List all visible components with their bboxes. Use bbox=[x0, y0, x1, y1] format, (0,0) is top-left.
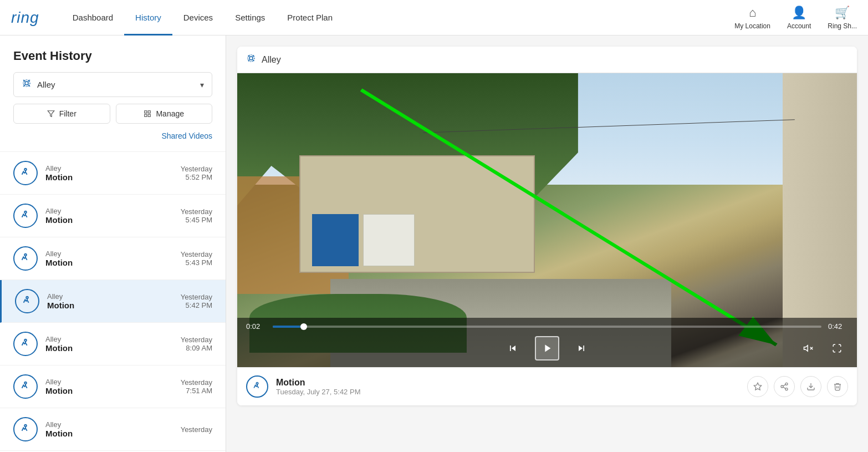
event-camera-name: Alley bbox=[45, 207, 181, 215]
nav-protect-plan[interactable]: Protect Plan bbox=[276, 0, 344, 35]
event-camera-name: Alley bbox=[45, 250, 181, 258]
video-container: Alley bbox=[237, 47, 857, 405]
motion-event-icon bbox=[13, 246, 38, 271]
nav-devices[interactable]: Devices bbox=[172, 0, 224, 35]
event-camera-name: Alley bbox=[47, 292, 181, 301]
my-location-label: My Location bbox=[734, 22, 770, 30]
svg-line-26 bbox=[783, 387, 786, 389]
share-button[interactable] bbox=[774, 376, 795, 397]
motion-event-icon bbox=[13, 332, 38, 356]
event-date: Yesterday bbox=[181, 378, 212, 387]
event-item[interactable]: Alley Motion Yesterday 7:51 AM bbox=[0, 365, 226, 408]
event-date: Yesterday bbox=[181, 165, 212, 173]
event-clock: 5:52 PM bbox=[181, 173, 212, 181]
svg-point-11 bbox=[24, 339, 27, 342]
my-location-button[interactable]: ⌂ My Location bbox=[734, 6, 770, 30]
ring-logo: ring bbox=[11, 9, 39, 27]
progress-fill bbox=[273, 326, 300, 328]
progress-row: 0:02 0:42 bbox=[246, 322, 848, 331]
event-item-selected[interactable]: Alley Motion Yesterday 5:42 PM bbox=[0, 280, 226, 323]
event-camera-name: Alley bbox=[45, 164, 181, 172]
star-button[interactable] bbox=[747, 376, 768, 397]
svg-rect-3 bbox=[145, 111, 147, 113]
header: ring Dashboard History Devices Settings … bbox=[0, 0, 868, 35]
device-dropdown[interactable]: Alley ▾ bbox=[13, 72, 212, 97]
event-item[interactable]: Alley Motion Yesterday bbox=[0, 408, 226, 451]
nav-history[interactable]: History bbox=[124, 0, 172, 35]
main-layout: Event History Alley ▾ bbox=[0, 35, 868, 452]
event-item[interactable]: Alley Motion Yesterday 5:52 PM bbox=[0, 152, 226, 195]
main-nav: Dashboard History Devices Settings Prote… bbox=[62, 0, 735, 35]
event-date: Yesterday bbox=[181, 293, 212, 301]
scene-garage-door-blue bbox=[312, 214, 359, 266]
manage-button[interactable]: Manage bbox=[116, 104, 213, 124]
event-type-label: Motion bbox=[45, 343, 181, 353]
current-time-label: 0:02 bbox=[246, 322, 266, 331]
video-header: Alley bbox=[237, 47, 857, 73]
event-type-label: Motion bbox=[47, 301, 181, 310]
svg-point-12 bbox=[24, 382, 27, 384]
download-button[interactable] bbox=[800, 376, 821, 397]
event-clock: 5:43 PM bbox=[181, 258, 212, 267]
event-item[interactable]: Alley Motion Yesterday 8:09 AM bbox=[0, 323, 226, 365]
svg-point-25 bbox=[785, 388, 788, 390]
video-camera-title: Alley bbox=[262, 55, 281, 65]
svg-marker-2 bbox=[48, 111, 54, 117]
event-item[interactable]: Alley Motion Yesterday 5:43 PM bbox=[0, 237, 226, 280]
video-actions bbox=[747, 376, 848, 397]
sidebar-header: Event History Alley ▾ bbox=[0, 35, 226, 152]
ring-share-button[interactable]: 🛒 Ring Sh... bbox=[828, 6, 857, 30]
mute-button[interactable] bbox=[797, 337, 819, 359]
video-info-bar: Motion Tuesday, July 27, 5:42 PM bbox=[237, 367, 857, 405]
svg-point-7 bbox=[24, 169, 27, 171]
motion-event-icon bbox=[13, 417, 38, 441]
right-controls bbox=[797, 337, 848, 359]
event-type-label: Motion bbox=[45, 429, 181, 438]
motion-event-icon bbox=[13, 161, 38, 185]
motion-event-icon bbox=[13, 204, 38, 228]
shared-videos-link[interactable]: Shared Videos bbox=[13, 129, 212, 143]
event-camera-name: Alley bbox=[45, 378, 181, 386]
progress-track[interactable] bbox=[273, 326, 821, 328]
skip-forward-button[interactable] bbox=[570, 337, 593, 359]
video-info-motion-icon bbox=[246, 375, 268, 398]
chevron-down-icon: ▾ bbox=[200, 80, 204, 89]
event-type-label: Motion bbox=[45, 258, 181, 267]
motion-event-icon bbox=[13, 374, 38, 399]
video-event-type: Motion bbox=[276, 378, 747, 388]
play-pause-button[interactable] bbox=[535, 336, 559, 360]
device-selector-label: Alley bbox=[37, 80, 55, 89]
event-date: Yesterday bbox=[181, 336, 212, 344]
skip-back-button[interactable] bbox=[502, 337, 524, 359]
svg-point-10 bbox=[26, 297, 28, 299]
video-controls-bar: 0:02 0:42 bbox=[237, 318, 857, 367]
event-clock: 8:09 AM bbox=[181, 344, 212, 352]
camera-header-icon bbox=[246, 53, 256, 66]
event-type-label: Motion bbox=[45, 172, 181, 182]
filter-button[interactable]: Filter bbox=[13, 104, 110, 124]
fullscreen-button[interactable] bbox=[826, 337, 848, 359]
account-button[interactable]: 👤 Account bbox=[787, 6, 811, 30]
svg-line-27 bbox=[783, 384, 786, 386]
svg-point-14 bbox=[249, 57, 253, 60]
event-clock: 5:42 PM bbox=[181, 301, 212, 309]
delete-button[interactable] bbox=[827, 376, 848, 397]
camera-icon bbox=[22, 78, 32, 91]
svg-point-8 bbox=[24, 211, 27, 214]
event-type-label: Motion bbox=[45, 215, 181, 225]
scene-garage bbox=[299, 155, 535, 273]
controls-row bbox=[246, 336, 848, 360]
account-icon: 👤 bbox=[792, 6, 806, 20]
svg-marker-18 bbox=[804, 346, 808, 352]
event-item[interactable]: Alley Motion Yesterday 5:45 PM bbox=[0, 195, 226, 237]
video-event-datetime: Tuesday, July 27, 5:42 PM bbox=[276, 388, 747, 396]
svg-point-23 bbox=[785, 383, 788, 385]
home-icon: ⌂ bbox=[749, 6, 756, 20]
main-content: Alley bbox=[226, 35, 868, 452]
total-time-label: 0:42 bbox=[828, 322, 848, 331]
svg-marker-22 bbox=[754, 383, 761, 390]
svg-rect-6 bbox=[145, 114, 147, 116]
nav-settings[interactable]: Settings bbox=[224, 0, 276, 35]
scene-garage-door-white bbox=[363, 214, 415, 266]
nav-dashboard[interactable]: Dashboard bbox=[62, 0, 124, 35]
